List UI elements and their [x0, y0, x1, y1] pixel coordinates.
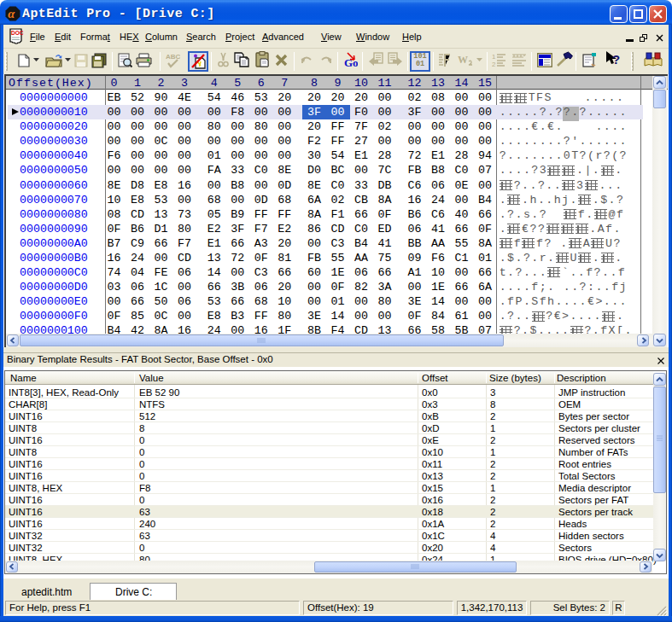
svg-text:Go: Go	[344, 56, 358, 68]
svg-text:1: 1	[492, 53, 496, 61]
svg-text:DOC: DOC	[11, 30, 24, 36]
svg-text:2: 2	[492, 61, 496, 68]
svg-text:?: ?	[612, 52, 620, 67]
svg-text:ABC: ABC	[166, 53, 180, 61]
svg-text:W: W	[458, 54, 468, 66]
svg-text:α: α	[8, 7, 15, 20]
